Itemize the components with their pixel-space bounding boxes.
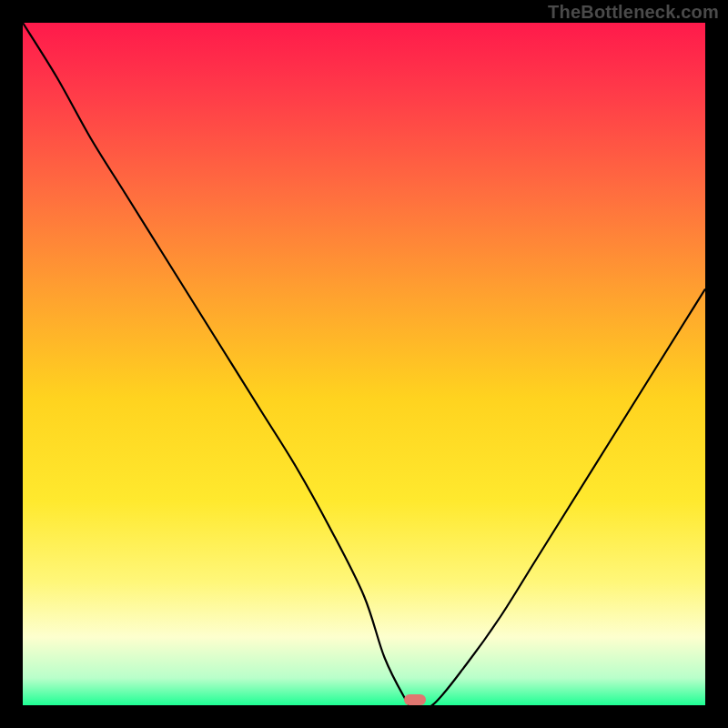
watermark-text: TheBottleneck.com	[548, 2, 719, 23]
chart-frame: TheBottleneck.com	[0, 0, 728, 728]
plot-svg	[23, 23, 705, 705]
plot-area	[23, 23, 705, 705]
optimal-point-marker	[404, 694, 426, 705]
gradient-background	[23, 23, 705, 705]
